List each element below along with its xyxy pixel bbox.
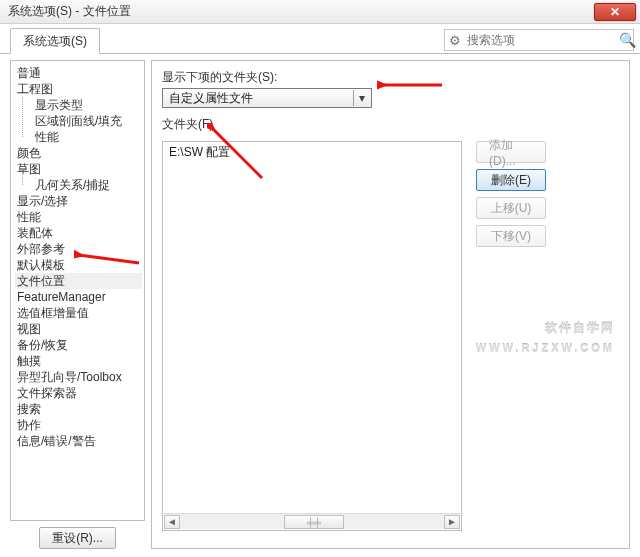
tree-item[interactable]: 协作 [15,417,142,433]
folders-label: 文件夹(F) [162,116,619,133]
move-down-button[interactable]: 下移(V) [476,225,546,247]
tree-item[interactable]: 显示/选择 [15,193,142,209]
tree-item[interactable]: 颜色 [15,145,142,161]
tab-system-options[interactable]: 系统选项(S) [10,28,100,54]
tree-item[interactable]: 外部参考 [15,241,142,257]
right-pane: 显示下项的文件夹(S): 自定义属性文件 ▾ 文件夹(F) E:\SW 配置 ◄… [151,60,630,549]
tab-label: 系统选项(S) [23,34,87,48]
tree-item[interactable]: 视图 [15,321,142,337]
tree-item[interactable]: 异型孔向导/Toolbox [15,369,142,385]
dialog-body: 普通 工程图 显示类型 区域剖面线/填充 性能 颜色 草图 几何关系/捕捉 显示… [0,54,640,557]
tree-item-selected[interactable]: 文件位置 [15,273,142,289]
show-folders-label: 显示下项的文件夹(S): [162,69,619,86]
left-column: 普通 工程图 显示类型 区域剖面线/填充 性能 颜色 草图 几何关系/捕捉 显示… [10,60,145,549]
tree-item[interactable]: 工程图 [15,81,142,97]
search-box[interactable]: ⚙ 🔍 [444,29,634,51]
list-item[interactable]: E:\SW 配置 [163,142,461,163]
tree-item[interactable]: 几何关系/捕捉 [33,177,142,193]
scroll-left-icon[interactable]: ◄ [164,515,180,529]
chevron-down-icon[interactable]: ▾ [353,90,369,106]
reset-button[interactable]: 重设(R)... [39,527,116,549]
watermark: 软件自学网 WWW.RJZXW.COM [476,318,615,358]
close-icon: ✕ [610,5,620,19]
reset-row: 重设(R)... [10,521,145,549]
search-input[interactable] [465,32,619,48]
gear-icon: ⚙ [449,33,461,48]
move-up-button[interactable]: 上移(U) [476,197,546,219]
delete-button[interactable]: 删除(E) [476,169,546,191]
tree-item[interactable]: 备份/恢复 [15,337,142,353]
close-button[interactable]: ✕ [594,3,636,21]
tree-item[interactable]: 默认模板 [15,257,142,273]
tree-item[interactable]: 普通 [15,65,142,81]
combo-value: 自定义属性文件 [169,90,353,107]
tree-item[interactable]: 搜索 [15,401,142,417]
tree-item[interactable]: 草图 [15,161,142,177]
title-bar: 系统选项(S) - 文件位置 ✕ [0,0,640,24]
tree-item[interactable]: FeatureManager [15,289,142,305]
folder-type-combo[interactable]: 自定义属性文件 ▾ [162,88,372,108]
scroll-right-icon[interactable]: ► [444,515,460,529]
tree-item[interactable]: 触摸 [15,353,142,369]
horizontal-scrollbar[interactable]: ◄ ╪╪ ► [164,513,460,529]
tree-item[interactable]: 选值框增量值 [15,305,142,321]
folders-listbox[interactable]: E:\SW 配置 ◄ ╪╪ ► [162,141,462,531]
add-button[interactable]: 添加(D)... [476,141,546,163]
tab-strip: 系统选项(S) ⚙ 🔍 [0,24,640,54]
tree-item[interactable]: 装配体 [15,225,142,241]
scroll-thumb[interactable]: ╪╪ [284,515,344,529]
tree-item[interactable]: 显示类型 [33,97,142,113]
tree-item[interactable]: 区域剖面线/填充 [33,113,142,129]
tree-item[interactable]: 性能 [33,129,142,145]
category-tree[interactable]: 普通 工程图 显示类型 区域剖面线/填充 性能 颜色 草图 几何关系/捕捉 显示… [10,60,145,521]
tree-item[interactable]: 信息/错误/警告 [15,433,142,449]
tree-item[interactable]: 性能 [15,209,142,225]
tree-item[interactable]: 文件探索器 [15,385,142,401]
window-title: 系统选项(S) - 文件位置 [8,3,131,20]
search-icon[interactable]: 🔍 [619,32,636,48]
